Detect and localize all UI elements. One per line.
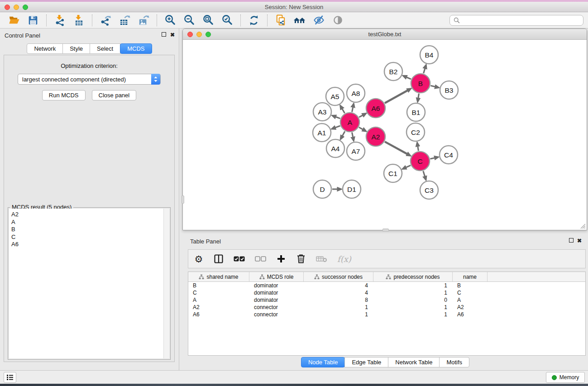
- cell-name[interactable]: A6: [453, 311, 488, 318]
- cell-shared-name[interactable]: A6: [188, 311, 249, 318]
- criterion-dropdown[interactable]: largest connected component (directed): [18, 74, 161, 85]
- network-window-titlebar[interactable]: testGlobe.txt: [183, 29, 587, 40]
- column-header-predecessor-nodes[interactable]: predecessor nodes: [373, 272, 453, 281]
- cell-mcds-role[interactable]: dominator: [249, 296, 304, 304]
- graph-edge-A-A6[interactable]: [359, 115, 363, 117]
- float-panel-icon[interactable]: [162, 32, 166, 38]
- cell-predecessors[interactable]: 0: [373, 296, 453, 304]
- cell-predecessors[interactable]: 1: [373, 304, 453, 311]
- tab-select[interactable]: Select: [90, 43, 120, 54]
- cell-successors[interactable]: 8: [304, 296, 373, 304]
- table-close-icon[interactable]: ✖: [577, 238, 582, 243]
- show-columns-icon[interactable]: [214, 254, 224, 264]
- graph-edge-A-A7[interactable]: [352, 133, 353, 137]
- memory-button[interactable]: Memory: [546, 372, 585, 383]
- result-item[interactable]: A6: [9, 241, 169, 248]
- graph-edge-B-B1[interactable]: [418, 94, 419, 98]
- cell-mcds-role[interactable]: connector: [249, 311, 304, 318]
- graph-edge-C-C4[interactable]: [430, 158, 434, 159]
- resize-grip-icon[interactable]: [580, 223, 586, 229]
- graph-edge-A-A5[interactable]: [342, 109, 344, 113]
- graph-edge-B-B2[interactable]: [406, 77, 411, 79]
- cell-successors[interactable]: 1: [304, 304, 373, 311]
- tab-network[interactable]: Network: [27, 43, 63, 54]
- graph-edge-A-A8[interactable]: [352, 107, 353, 112]
- cell-predecessors[interactable]: 1: [373, 289, 453, 296]
- tab-motifs[interactable]: Motifs: [439, 357, 469, 367]
- cell-mcds-role[interactable]: connector: [249, 304, 304, 311]
- tab-style[interactable]: Style: [62, 43, 90, 54]
- column-header-name[interactable]: name: [453, 272, 488, 281]
- cell-shared-name[interactable]: C: [188, 289, 249, 296]
- table-row[interactable]: A6 connector 1 1 A6: [188, 311, 585, 318]
- open-session-icon[interactable]: [6, 14, 22, 27]
- zoom-out-icon[interactable]: [182, 14, 197, 27]
- result-scrollbar[interactable]: [163, 209, 169, 358]
- zoom-in-icon[interactable]: [163, 14, 178, 27]
- cell-shared-name[interactable]: A: [188, 296, 249, 304]
- table-row[interactable]: A2 connector 1 1 A2: [188, 304, 585, 311]
- close-panel-icon[interactable]: ✖: [170, 32, 175, 38]
- export-image-icon[interactable]: [136, 14, 151, 27]
- column-header-successor-nodes[interactable]: successor nodes: [304, 272, 373, 281]
- result-item[interactable]: C: [9, 234, 169, 241]
- home-icon[interactable]: [292, 14, 307, 27]
- run-mcds-button[interactable]: Run MCDS: [42, 90, 86, 100]
- graph-edge-B-B4[interactable]: [424, 69, 425, 73]
- graph-edge-A-A3[interactable]: [336, 117, 340, 119]
- export-table-icon[interactable]: [117, 14, 132, 27]
- cell-predecessors[interactable]: 1: [373, 282, 453, 289]
- column-header-mcds-role[interactable]: MCDS role: [249, 272, 304, 281]
- deselect-all-icon[interactable]: [255, 256, 266, 262]
- task-history-button[interactable]: [4, 372, 16, 383]
- zoom-selected-icon[interactable]: [220, 14, 235, 27]
- clone-network-icon[interactable]: [273, 14, 288, 27]
- cell-name[interactable]: B: [453, 282, 488, 289]
- cell-successors[interactable]: 4: [304, 282, 373, 289]
- tab-network-table[interactable]: Network Table: [388, 357, 440, 367]
- result-item[interactable]: A: [9, 219, 169, 226]
- add-row-icon[interactable]: [276, 254, 286, 263]
- table-row[interactable]: A dominator 8 0 A: [188, 296, 585, 304]
- result-item[interactable]: B: [9, 226, 169, 234]
- splitter-grip-left[interactable]: [182, 195, 184, 204]
- zoom-fit-icon[interactable]: [201, 14, 216, 27]
- cell-name[interactable]: A: [453, 296, 488, 304]
- import-table-icon[interactable]: [71, 14, 86, 27]
- tab-edge-table[interactable]: Edge Table: [344, 357, 388, 367]
- delete-rows-icon[interactable]: [296, 254, 306, 264]
- table-settings-icon[interactable]: ⚙: [194, 254, 204, 264]
- refresh-layout-icon[interactable]: [246, 14, 262, 27]
- result-item[interactable]: A2: [9, 209, 169, 219]
- import-network-icon[interactable]: [52, 14, 67, 27]
- cell-predecessors[interactable]: 1: [373, 311, 453, 318]
- cell-successors[interactable]: 1: [304, 311, 373, 318]
- tab-mcds[interactable]: MCDS: [120, 43, 152, 54]
- cell-name[interactable]: A2: [453, 304, 488, 311]
- graph-edge-A2-C[interactable]: [385, 142, 407, 154]
- select-all-icon[interactable]: [234, 256, 245, 262]
- splitter-grip-bottom[interactable]: [382, 229, 389, 232]
- save-session-icon[interactable]: [25, 14, 41, 27]
- export-network-icon[interactable]: [98, 14, 113, 27]
- mcds-result-list[interactable]: A2 A B C A6: [9, 209, 169, 358]
- search-input[interactable]: [463, 17, 579, 24]
- hide-panel-icon[interactable]: [311, 14, 326, 27]
- show-panel-icon[interactable]: [330, 14, 345, 27]
- graph-edge-C-C2[interactable]: [418, 147, 419, 151]
- cell-successors[interactable]: 4: [304, 289, 373, 296]
- tab-node-table[interactable]: Node Table: [301, 357, 345, 367]
- graph-edge-C-C1[interactable]: [406, 165, 411, 167]
- column-header-shared-name[interactable]: shared name: [188, 272, 249, 281]
- cell-mcds-role[interactable]: dominator: [249, 282, 304, 289]
- search-field[interactable]: [449, 15, 583, 26]
- table-row[interactable]: C dominator 4 1 C: [188, 289, 585, 296]
- graph-edge-B-B3[interactable]: [430, 86, 435, 86]
- graph-edge-C-C3[interactable]: [423, 171, 425, 176]
- table-float-icon[interactable]: [569, 238, 574, 243]
- graph-edge-A-A4[interactable]: [342, 131, 344, 136]
- graph-edge-A6-B[interactable]: [385, 91, 407, 103]
- cell-shared-name[interactable]: B: [188, 282, 249, 289]
- table-row[interactable]: B dominator 4 1 B: [188, 282, 585, 289]
- cell-name[interactable]: C: [453, 289, 488, 296]
